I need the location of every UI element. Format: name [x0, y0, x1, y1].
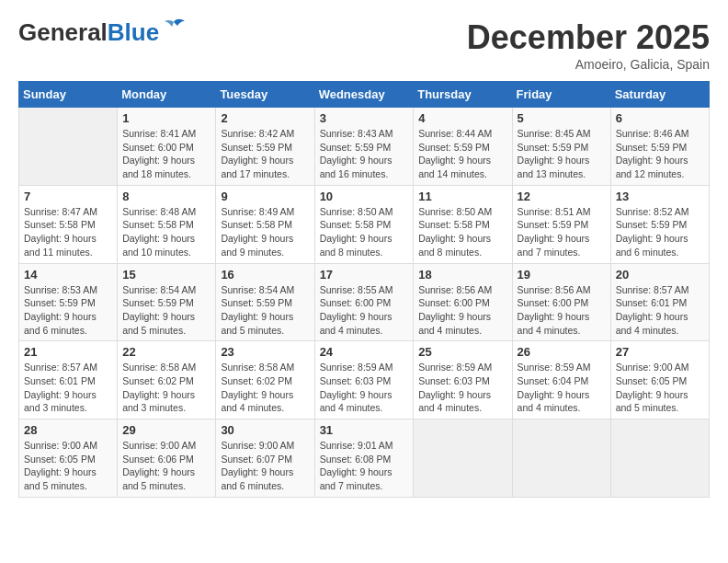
- day-info: Sunrise: 8:45 AMSunset: 5:59 PMDaylight:…: [518, 127, 606, 181]
- day-info: Sunrise: 8:41 AMSunset: 6:00 PMDaylight:…: [122, 127, 210, 181]
- day-info: Sunrise: 9:01 AMSunset: 6:08 PMDaylight:…: [320, 439, 409, 493]
- calendar-cell: 13Sunrise: 8:52 AMSunset: 5:59 PMDayligh…: [610, 185, 709, 263]
- day-number: 21: [24, 345, 112, 359]
- day-number: 10: [320, 190, 409, 203]
- calendar-cell: 27Sunrise: 9:00 AMSunset: 6:05 PMDayligh…: [610, 341, 709, 419]
- calendar-cell: 17Sunrise: 8:55 AMSunset: 6:00 PMDayligh…: [314, 263, 414, 341]
- day-number: 2: [221, 111, 309, 125]
- day-number: 14: [24, 268, 112, 282]
- day-number: 17: [320, 268, 409, 282]
- day-number: 24: [320, 345, 409, 359]
- calendar-cell: 12Sunrise: 8:51 AMSunset: 5:59 PMDayligh…: [512, 185, 610, 263]
- day-number: 22: [122, 345, 210, 359]
- calendar-cell: 22Sunrise: 8:58 AMSunset: 6:02 PMDayligh…: [118, 341, 216, 419]
- calendar-week-row: 21Sunrise: 8:57 AMSunset: 6:01 PMDayligh…: [19, 341, 710, 419]
- day-info: Sunrise: 8:47 AMSunset: 5:58 PMDaylight:…: [24, 205, 112, 259]
- day-number: 5: [518, 111, 606, 125]
- calendar-week-row: 1Sunrise: 8:41 AMSunset: 6:00 PMDaylight…: [19, 108, 710, 186]
- weekday-header-saturday: Saturday: [610, 82, 709, 108]
- calendar-week-row: 7Sunrise: 8:47 AMSunset: 5:58 PMDaylight…: [19, 185, 710, 263]
- calendar-cell: 10Sunrise: 8:50 AMSunset: 5:58 PMDayligh…: [314, 185, 414, 263]
- calendar-cell: 5Sunrise: 8:45 AMSunset: 5:59 PMDaylight…: [512, 108, 610, 186]
- day-info: Sunrise: 8:59 AMSunset: 6:03 PMDaylight:…: [418, 361, 506, 415]
- day-number: 25: [418, 345, 506, 359]
- day-number: 7: [24, 190, 112, 203]
- day-number: 4: [418, 111, 506, 125]
- calendar-cell: 1Sunrise: 8:41 AMSunset: 6:00 PMDaylight…: [118, 108, 216, 186]
- calendar-week-row: 14Sunrise: 8:53 AMSunset: 5:59 PMDayligh…: [19, 263, 710, 341]
- day-number: 11: [418, 190, 506, 203]
- day-info: Sunrise: 8:46 AMSunset: 5:59 PMDaylight:…: [616, 127, 704, 181]
- weekday-header-monday: Monday: [118, 82, 216, 108]
- calendar-cell: 14Sunrise: 8:53 AMSunset: 5:59 PMDayligh…: [19, 263, 118, 341]
- calendar-cell: 16Sunrise: 8:54 AMSunset: 5:59 PMDayligh…: [216, 263, 314, 341]
- day-number: 15: [122, 268, 210, 282]
- day-number: 12: [518, 190, 606, 203]
- day-info: Sunrise: 8:51 AMSunset: 5:59 PMDaylight:…: [518, 205, 606, 259]
- day-info: Sunrise: 8:56 AMSunset: 6:00 PMDaylight:…: [418, 283, 506, 338]
- day-number: 20: [616, 268, 704, 282]
- day-info: Sunrise: 9:00 AMSunset: 6:05 PMDaylight:…: [616, 361, 704, 415]
- calendar-cell: 25Sunrise: 8:59 AMSunset: 6:03 PMDayligh…: [414, 341, 512, 419]
- weekday-header-wednesday: Wednesday: [314, 82, 414, 108]
- day-number: 31: [320, 423, 409, 437]
- day-number: 18: [418, 268, 506, 282]
- day-info: Sunrise: 8:50 AMSunset: 5:58 PMDaylight:…: [320, 205, 409, 259]
- calendar-title-block: December 2025 Amoeiro, Galicia, Spain: [467, 18, 710, 72]
- calendar-cell: 30Sunrise: 9:00 AMSunset: 6:07 PMDayligh…: [216, 419, 314, 498]
- calendar-cell: [414, 419, 512, 498]
- weekday-header-tuesday: Tuesday: [216, 82, 314, 108]
- calendar-cell: 20Sunrise: 8:57 AMSunset: 6:01 PMDayligh…: [610, 263, 709, 341]
- day-info: Sunrise: 8:57 AMSunset: 6:01 PMDaylight:…: [616, 283, 704, 338]
- day-info: Sunrise: 8:42 AMSunset: 5:59 PMDaylight:…: [221, 127, 309, 181]
- calendar-cell: 21Sunrise: 8:57 AMSunset: 6:01 PMDayligh…: [19, 341, 118, 419]
- calendar-header: SundayMondayTuesdayWednesdayThursdayFrid…: [19, 82, 710, 108]
- calendar-cell: 9Sunrise: 8:49 AMSunset: 5:58 PMDaylight…: [216, 185, 314, 263]
- logo-general: General: [18, 18, 108, 46]
- calendar-week-row: 28Sunrise: 9:00 AMSunset: 6:05 PMDayligh…: [19, 419, 710, 498]
- day-number: 3: [320, 111, 409, 125]
- day-number: 9: [221, 190, 309, 203]
- day-info: Sunrise: 9:00 AMSunset: 6:07 PMDaylight:…: [221, 439, 309, 493]
- calendar-cell: 15Sunrise: 8:54 AMSunset: 5:59 PMDayligh…: [118, 263, 216, 341]
- day-number: 6: [616, 111, 704, 125]
- day-info: Sunrise: 9:00 AMSunset: 6:05 PMDaylight:…: [24, 439, 112, 493]
- calendar-cell: [610, 419, 709, 498]
- calendar-cell: 23Sunrise: 8:58 AMSunset: 6:02 PMDayligh…: [216, 341, 314, 419]
- calendar-cell: 2Sunrise: 8:42 AMSunset: 5:59 PMDaylight…: [216, 108, 314, 186]
- day-number: 8: [122, 190, 210, 203]
- weekday-header-friday: Friday: [512, 82, 610, 108]
- day-info: Sunrise: 8:58 AMSunset: 6:02 PMDaylight:…: [122, 361, 210, 415]
- day-number: 13: [616, 190, 704, 203]
- day-info: Sunrise: 9:00 AMSunset: 6:06 PMDaylight:…: [122, 439, 210, 493]
- calendar-cell: 28Sunrise: 9:00 AMSunset: 6:05 PMDayligh…: [19, 419, 118, 498]
- calendar-title: December 2025: [467, 18, 710, 57]
- calendar-cell: 24Sunrise: 8:59 AMSunset: 6:03 PMDayligh…: [314, 341, 414, 419]
- day-number: 30: [221, 423, 309, 437]
- calendar-cell: 18Sunrise: 8:56 AMSunset: 6:00 PMDayligh…: [414, 263, 512, 341]
- calendar-cell: 3Sunrise: 8:43 AMSunset: 5:59 PMDaylight…: [314, 108, 414, 186]
- day-info: Sunrise: 8:43 AMSunset: 5:59 PMDaylight:…: [320, 127, 409, 181]
- calendar-cell: 4Sunrise: 8:44 AMSunset: 5:59 PMDaylight…: [414, 108, 512, 186]
- weekday-header-thursday: Thursday: [414, 82, 512, 108]
- calendar-cell: 29Sunrise: 9:00 AMSunset: 6:06 PMDayligh…: [118, 419, 216, 498]
- calendar-cell: [19, 108, 118, 186]
- day-info: Sunrise: 8:59 AMSunset: 6:04 PMDaylight:…: [518, 361, 606, 415]
- day-number: 28: [24, 423, 112, 437]
- day-info: Sunrise: 8:54 AMSunset: 5:59 PMDaylight:…: [122, 283, 210, 338]
- day-number: 1: [122, 111, 210, 125]
- calendar-cell: 19Sunrise: 8:56 AMSunset: 6:00 PMDayligh…: [512, 263, 610, 341]
- logo-text: GeneralBlue: [18, 20, 159, 44]
- day-info: Sunrise: 8:52 AMSunset: 5:59 PMDaylight:…: [616, 205, 704, 259]
- day-number: 27: [616, 345, 704, 359]
- calendar-table: SundayMondayTuesdayWednesdayThursdayFrid…: [18, 81, 710, 498]
- calendar-subtitle: Amoeiro, Galicia, Spain: [467, 57, 710, 72]
- day-number: 26: [518, 345, 606, 359]
- day-number: 23: [221, 345, 309, 359]
- logo: GeneralBlue: [18, 18, 187, 46]
- day-info: Sunrise: 8:59 AMSunset: 6:03 PMDaylight:…: [320, 361, 409, 415]
- day-info: Sunrise: 8:55 AMSunset: 6:00 PMDaylight:…: [320, 283, 409, 338]
- page-header: GeneralBlue December 2025 Amoeiro, Galic…: [18, 18, 710, 72]
- day-info: Sunrise: 8:56 AMSunset: 6:00 PMDaylight:…: [518, 283, 606, 338]
- day-number: 16: [221, 268, 309, 282]
